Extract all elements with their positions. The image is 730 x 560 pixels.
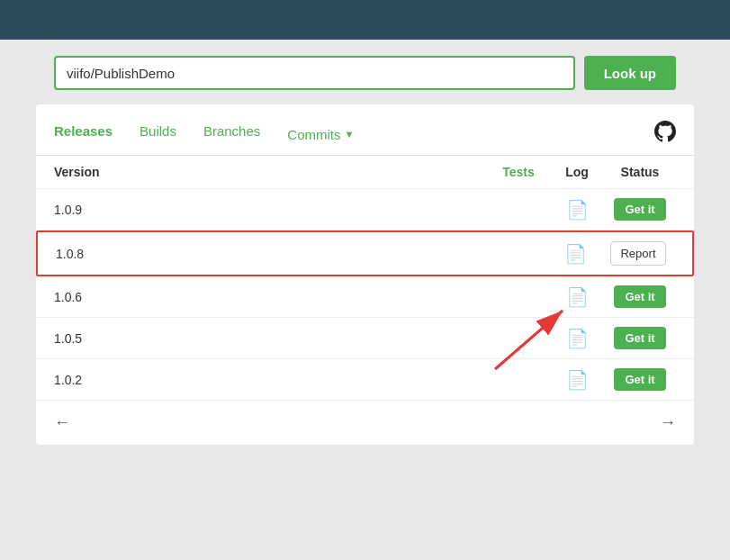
report-button[interactable]: Report [610, 241, 665, 266]
tabs-row: Releases Builds Branches Commits ▼ [36, 104, 694, 156]
log-doc-icon[interactable]: 📄 [566, 287, 589, 307]
row-log[interactable]: 📄 [550, 369, 604, 391]
row-version: 1.0.9 [54, 203, 487, 217]
table-row: 1.0.2 📄 Get it [36, 359, 694, 401]
lookup-button[interactable]: Look up [584, 56, 676, 90]
col-version-header: Version [54, 165, 487, 179]
tab-commits[interactable]: Commits ▼ [287, 127, 354, 142]
top-bar [0, 0, 730, 40]
search-input[interactable] [54, 56, 575, 90]
col-log-header: Log [550, 165, 604, 179]
tab-commits-label: Commits [287, 127, 340, 142]
row-version: 1.0.8 [56, 247, 485, 261]
row-status: Get it [604, 327, 676, 349]
row-log[interactable]: 📄 [550, 199, 604, 221]
main-content: Releases Builds Branches Commits ▼ Versi… [36, 104, 694, 445]
row-log[interactable]: 📄 [550, 328, 604, 349]
log-doc-icon[interactable]: 📄 [566, 370, 589, 390]
log-doc-icon-red[interactable]: 📄 [564, 244, 587, 264]
row-version: 1.0.6 [54, 290, 487, 304]
tab-releases[interactable]: Releases [54, 123, 113, 146]
get-button[interactable]: Get it [614, 368, 665, 391]
tab-branches[interactable]: Branches [203, 123, 260, 146]
table-row-highlighted: 1.0.8 📄 Report [36, 230, 694, 276]
row-status: Report [602, 241, 674, 266]
row-status: Get it [604, 368, 676, 391]
prev-nav-arrow[interactable]: ← [54, 413, 70, 432]
row-status: Get it [604, 198, 676, 221]
github-icon[interactable] [654, 121, 676, 148]
tab-builds[interactable]: Builds [140, 123, 176, 146]
col-status-header: Status [604, 165, 676, 179]
row-log[interactable]: 📄 [548, 243, 602, 265]
table-row: 1.0.5 📄 Get it [36, 318, 694, 359]
nav-row: ← → [36, 401, 694, 445]
chevron-down-icon: ▼ [344, 129, 354, 140]
search-area: Look up [0, 40, 730, 104]
row-version: 1.0.5 [54, 331, 487, 346]
get-button[interactable]: Get it [614, 327, 665, 349]
table-row: 1.0.6 📄 Get it [36, 276, 694, 318]
row-status: Get it [604, 285, 676, 308]
log-doc-icon[interactable]: 📄 [566, 329, 589, 348]
row-log[interactable]: 📄 [550, 286, 604, 308]
log-doc-icon[interactable]: 📄 [566, 200, 589, 220]
col-tests-header: Tests [487, 165, 550, 179]
get-button[interactable]: Get it [614, 198, 665, 221]
next-nav-arrow[interactable]: → [660, 413, 676, 432]
table-header: Version Tests Log Status [36, 156, 694, 189]
get-button[interactable]: Get it [614, 285, 665, 308]
table-row: 1.0.9 📄 Get it [36, 189, 694, 230]
row-version: 1.0.2 [54, 373, 487, 387]
